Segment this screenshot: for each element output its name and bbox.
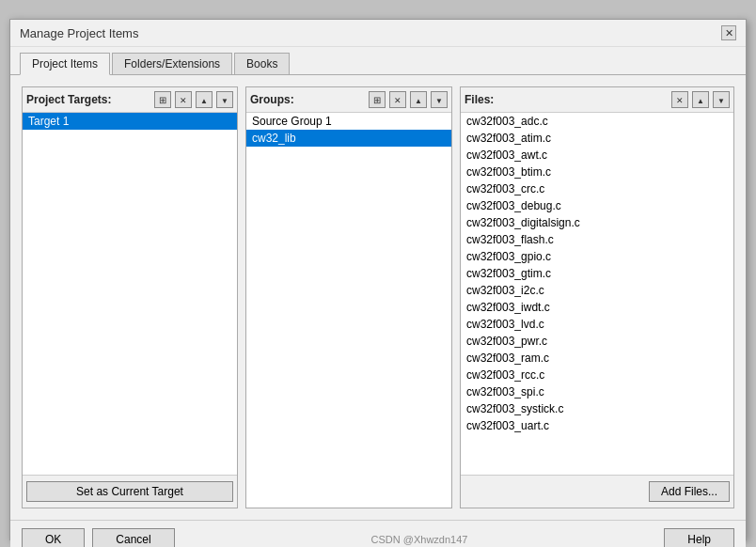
list-item[interactable]: cw32f003_spi.c — [461, 383, 733, 400]
list-item[interactable]: cw32f003_i2c.c — [461, 282, 733, 299]
tab-bar: Project Items Folders/Extensions Books — [10, 47, 746, 75]
files-down-button[interactable] — [713, 91, 730, 108]
list-item[interactable]: cw32f003_pwr.c — [461, 333, 733, 350]
content-area: Project Targets: Target 1 — [10, 75, 746, 520]
help-button[interactable]: Help — [664, 528, 734, 547]
tab-project-items[interactable]: Project Items — [20, 53, 110, 75]
del-icon — [676, 95, 684, 105]
targets-list: Target 1 — [23, 113, 237, 475]
files-panel-footer: Add Files... — [461, 475, 733, 508]
del-icon — [180, 95, 187, 105]
list-item[interactable]: cw32f003_atim.c — [461, 130, 733, 147]
list-item[interactable]: cw32_lib — [246, 130, 451, 147]
list-item[interactable]: Target 1 — [23, 113, 237, 130]
targets-delete-button[interactable] — [175, 91, 192, 108]
groups-new-button[interactable] — [369, 91, 386, 108]
dialog-title: Manage Project Items — [20, 26, 138, 40]
dialog-footer: OK Cancel CSDN @Xhwzdn147 Help — [10, 520, 746, 547]
groups-delete-button[interactable] — [389, 91, 406, 108]
list-item[interactable]: cw32f003_uart.c — [461, 417, 733, 434]
list-item[interactable]: cw32f003_debug.c — [461, 197, 733, 214]
new-icon — [159, 95, 166, 105]
files-up-button[interactable] — [692, 91, 709, 108]
list-item[interactable]: cw32f003_gtim.c — [461, 265, 733, 282]
groups-panel: Groups: Source Group 1 — [245, 86, 452, 508]
list-item[interactable]: cw32f003_flash.c — [461, 231, 733, 248]
title-bar: Manage Project Items ✕ — [10, 20, 746, 47]
list-item[interactable]: cw32f003_crc.c — [461, 180, 733, 197]
targets-panel: Project Targets: Target 1 — [22, 86, 238, 508]
manage-project-items-dialog: Manage Project Items ✕ Project Items Fol… — [9, 19, 747, 540]
groups-list: Source Group 1 cw32_lib — [246, 113, 451, 508]
down-icon — [221, 95, 228, 105]
add-files-button[interactable]: Add Files... — [649, 481, 730, 502]
list-item[interactable]: cw32f003_gpio.c — [461, 248, 733, 265]
tab-books[interactable]: Books — [234, 53, 290, 74]
down-icon — [717, 95, 725, 105]
files-panel-title: Files: — [465, 93, 668, 106]
tab-folders-extensions[interactable]: Folders/Extensions — [112, 53, 232, 74]
ok-button[interactable]: OK — [22, 528, 85, 547]
up-icon — [200, 95, 208, 105]
targets-new-button[interactable] — [154, 91, 171, 108]
up-icon — [697, 95, 704, 105]
groups-down-button[interactable] — [431, 91, 448, 108]
targets-panel-title: Project Targets: — [26, 93, 150, 106]
list-item[interactable]: cw32f003_ram.c — [461, 350, 733, 367]
list-item[interactable]: cw32f003_iwdt.c — [461, 299, 733, 316]
watermark: CSDN @Xhwzdn147 — [371, 533, 468, 546]
files-panel: Files: cw32f003_adc.ccw32f003_atim.ccw32… — [460, 86, 734, 508]
list-item[interactable]: cw32f003_adc.c — [461, 113, 733, 130]
groups-panel-title: Groups: — [250, 93, 365, 106]
groups-panel-header: Groups: — [246, 87, 451, 113]
watermark-text: CSDN @Xhwzdn147 — [371, 534, 468, 545]
files-panel-header: Files: — [461, 87, 733, 113]
list-item[interactable]: cw32f003_rcc.c — [461, 367, 733, 383]
panels-row: Project Targets: Target 1 — [22, 86, 734, 508]
list-item[interactable]: cw32f003_btim.c — [461, 164, 733, 180]
targets-down-button[interactable] — [216, 91, 233, 108]
footer-buttons: OK Cancel — [22, 528, 175, 547]
targets-up-button[interactable] — [196, 91, 213, 108]
set-current-target-button[interactable]: Set as Current Target — [26, 481, 233, 502]
list-item[interactable]: cw32f003_digitalsign.c — [461, 214, 733, 231]
del-icon — [394, 95, 402, 105]
targets-panel-header: Project Targets: — [23, 87, 237, 113]
list-item[interactable]: cw32f003_lvd.c — [461, 316, 733, 333]
files-list-wrapper: cw32f003_adc.ccw32f003_atim.ccw32f003_aw… — [461, 113, 733, 475]
cancel-button[interactable]: Cancel — [92, 528, 174, 547]
files-delete-button[interactable] — [671, 91, 688, 108]
down-icon — [435, 95, 443, 105]
list-item[interactable]: cw32f003_awt.c — [461, 147, 733, 164]
groups-up-button[interactable] — [410, 91, 427, 108]
list-item[interactable]: Source Group 1 — [246, 113, 451, 130]
close-button[interactable]: ✕ — [721, 25, 736, 40]
up-icon — [415, 95, 422, 105]
list-item[interactable]: cw32f003_systick.c — [461, 400, 733, 417]
new-icon — [373, 95, 381, 105]
files-list: cw32f003_adc.ccw32f003_atim.ccw32f003_aw… — [461, 113, 733, 434]
targets-panel-footer: Set as Current Target — [23, 475, 237, 508]
